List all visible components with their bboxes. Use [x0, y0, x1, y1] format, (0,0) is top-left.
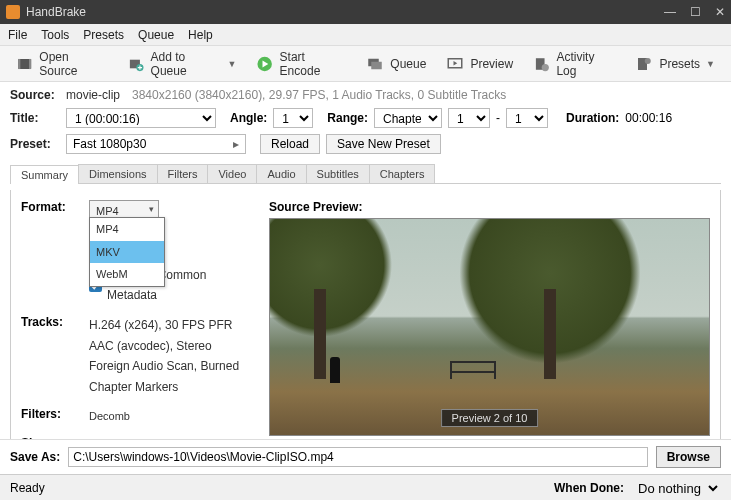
preset-picker[interactable]: Fast 1080p30 ▸	[66, 134, 246, 154]
save-preset-button[interactable]: Save New Preset	[326, 134, 441, 154]
activity-log-button[interactable]: Activity Log	[527, 47, 621, 81]
range-label: Range:	[327, 111, 368, 125]
open-source-button[interactable]: Open Source	[10, 47, 113, 81]
preset-label: Preset:	[10, 137, 60, 151]
log-icon	[533, 55, 550, 73]
svg-rect-7	[372, 61, 383, 69]
tab-subtitles[interactable]: Subtitles	[306, 164, 370, 183]
play-icon	[256, 55, 273, 73]
app-title: HandBrake	[26, 5, 664, 19]
tracks-list: H.264 (x264), 30 FPS PFR AAC (avcodec), …	[89, 315, 251, 397]
angle-label: Angle:	[230, 111, 267, 125]
save-as-label: Save As:	[10, 450, 60, 464]
format-label: Format:	[21, 200, 69, 214]
browse-button[interactable]: Browse	[656, 446, 721, 468]
format-dropdown-list: MP4 MKV WebM	[89, 217, 165, 287]
range-sep: -	[496, 111, 500, 125]
menu-help[interactable]: Help	[188, 28, 213, 42]
menu-presets[interactable]: Presets	[83, 28, 124, 42]
range-from-select[interactable]: 1	[448, 108, 490, 128]
chevron-down-icon: ▼	[706, 59, 715, 69]
tab-chapters[interactable]: Chapters	[369, 164, 436, 183]
reload-preset-button[interactable]: Reload	[260, 134, 320, 154]
svg-point-12	[645, 58, 651, 64]
start-encode-button[interactable]: Start Encode	[250, 47, 352, 81]
source-name: movie-clip	[66, 88, 120, 102]
title-label: Title:	[10, 111, 60, 125]
maximize-button[interactable]: ☐	[690, 5, 701, 19]
status-text: Ready	[10, 481, 45, 495]
tabstrip: Summary Dimensions Filters Video Audio S…	[10, 164, 721, 184]
toolbar: Open Source Add to Queue ▼ Start Encode …	[0, 46, 731, 82]
queue-button[interactable]: Queue	[360, 52, 432, 76]
menu-tools[interactable]: Tools	[41, 28, 69, 42]
preview-counter-badge: Preview 2 of 10	[441, 409, 539, 427]
film-icon	[16, 55, 33, 73]
source-label: Source:	[10, 88, 60, 102]
preview-button[interactable]: Preview	[440, 52, 519, 76]
chevron-down-icon: ▼	[227, 59, 236, 69]
svg-point-10	[542, 64, 549, 71]
duration-label: Duration:	[566, 111, 619, 125]
titlebar: HandBrake — ☐ ✕	[0, 0, 731, 24]
add-to-queue-button[interactable]: Add to Queue ▼	[121, 47, 242, 81]
duration-value: 00:00:16	[625, 111, 672, 125]
svg-rect-1	[18, 58, 20, 68]
presets-button[interactable]: Presets ▼	[629, 52, 721, 76]
title-select[interactable]: 1 (00:00:16)	[66, 108, 216, 128]
format-option-mkv[interactable]: MKV	[90, 241, 164, 264]
menu-queue[interactable]: Queue	[138, 28, 174, 42]
when-done-select[interactable]: Do nothing	[630, 478, 721, 498]
filters-value: Decomb	[89, 407, 251, 426]
chevron-right-icon: ▸	[233, 137, 239, 151]
app-logo-icon	[6, 5, 20, 19]
tab-dimensions[interactable]: Dimensions	[78, 164, 157, 183]
source-preview-image: Preview 2 of 10	[269, 218, 710, 436]
source-preview-label: Source Preview:	[269, 200, 710, 214]
when-done-label: When Done:	[554, 481, 624, 495]
tab-filters[interactable]: Filters	[157, 164, 209, 183]
filters-label: Filters:	[21, 407, 69, 421]
format-select[interactable]: MP4	[89, 200, 159, 218]
range-to-select[interactable]: 1	[506, 108, 548, 128]
tab-audio[interactable]: Audio	[256, 164, 306, 183]
queue-icon	[366, 55, 384, 73]
menu-file[interactable]: File	[8, 28, 27, 42]
angle-select[interactable]: 1	[273, 108, 313, 128]
save-path-input[interactable]	[68, 447, 647, 467]
queue-add-icon	[127, 55, 144, 73]
range-type-select[interactable]: Chapters	[374, 108, 442, 128]
format-option-webm[interactable]: WebM	[90, 263, 164, 286]
format-option-mp4[interactable]: MP4	[90, 218, 164, 241]
menubar: File Tools Presets Queue Help	[0, 24, 731, 46]
close-button[interactable]: ✕	[715, 5, 725, 19]
tab-summary[interactable]: Summary	[10, 165, 79, 184]
presets-icon	[635, 55, 653, 73]
tracks-label: Tracks:	[21, 315, 69, 329]
svg-rect-2	[29, 58, 31, 68]
tab-video[interactable]: Video	[207, 164, 257, 183]
minimize-button[interactable]: —	[664, 5, 676, 19]
source-meta: 3840x2160 (3840x2160), 29.97 FPS, 1 Audi…	[132, 88, 506, 102]
preview-icon	[446, 55, 464, 73]
